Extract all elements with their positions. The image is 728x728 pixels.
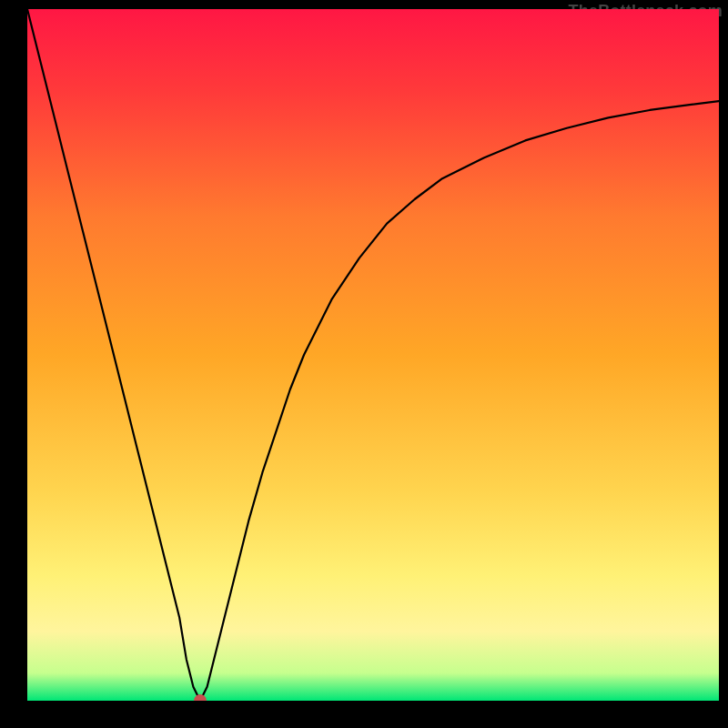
chart-svg — [27, 9, 719, 701]
chart-plot — [27, 9, 719, 701]
chart-stage: TheBottleneck.com — [0, 0, 728, 728]
plot-background — [27, 9, 719, 701]
